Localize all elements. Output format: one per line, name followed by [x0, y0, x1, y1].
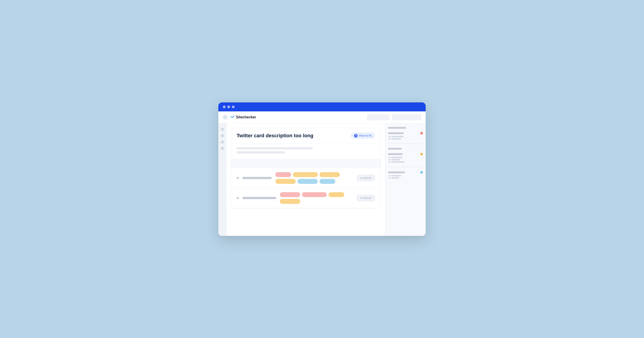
rs-row-5	[388, 171, 423, 174]
rs-sub-row-3	[389, 157, 423, 158]
sidebar-dot-1	[221, 128, 224, 131]
right-sidebar	[385, 123, 426, 236]
rs-divider-1	[388, 144, 423, 144]
rs-mini-dot-2	[389, 138, 390, 140]
tag-pink-1	[275, 172, 291, 177]
rs-sub-row-1	[389, 136, 423, 137]
logo-text: Sitechecker	[236, 115, 256, 119]
logo-icon	[230, 115, 234, 120]
rs-row-2	[388, 132, 423, 135]
panel-description	[231, 144, 380, 159]
rs-row-3	[388, 148, 423, 150]
tag-orange-1	[293, 172, 318, 177]
rs-divider-2	[388, 167, 423, 167]
navbar-button-2[interactable]	[392, 114, 421, 120]
rs-sub-row-4	[389, 159, 423, 161]
desc-line-2	[236, 151, 285, 154]
rs-row-4	[388, 153, 423, 156]
rs-bar-3	[388, 148, 402, 150]
left-sidebar	[218, 123, 226, 236]
row-bullet-1	[236, 177, 239, 179]
browser-titlebar	[218, 102, 426, 111]
tag-blue-2	[320, 179, 335, 184]
row-url-2	[242, 197, 276, 199]
tag-orange-4	[328, 192, 344, 197]
navbar-right	[367, 114, 421, 120]
rs-mini-dot-5	[389, 161, 390, 163]
rs-mini-bar-2	[391, 138, 401, 140]
rs-mini-dot-6	[389, 175, 390, 176]
panel-header: Twitter card description too long ? How …	[231, 128, 380, 144]
rs-sub-rows-2	[388, 136, 423, 140]
rs-group-4	[388, 153, 423, 163]
rs-mini-bar-6	[391, 175, 401, 176]
navbar: Sitechecker	[218, 111, 426, 123]
rs-mini-bar-5	[391, 161, 405, 163]
rs-mini-bar-3	[391, 157, 402, 158]
filter-bar	[231, 159, 380, 168]
tag-orange-3	[275, 179, 296, 184]
tag-orange-5	[280, 199, 300, 204]
nav-back-circle	[223, 115, 227, 120]
row-url-1	[242, 177, 272, 179]
sidebar-dot-3	[221, 141, 224, 144]
question-icon: ?	[354, 134, 358, 138]
table-row	[231, 168, 380, 188]
rs-mini-dot-4	[389, 159, 390, 161]
window-dot-2	[227, 106, 230, 108]
action-bar-2	[362, 197, 372, 199]
navbar-button-1[interactable]	[367, 114, 390, 120]
sidebar-dot-2	[221, 134, 224, 137]
rs-group-5	[388, 171, 423, 179]
rs-dot-blue	[420, 171, 423, 174]
tag-orange-2	[320, 172, 340, 177]
rs-mini-dot-7	[389, 177, 390, 179]
row-bullet-2	[236, 197, 239, 199]
desc-line-1	[236, 147, 313, 150]
tag-blue-1	[298, 179, 318, 184]
rs-bar-4	[388, 153, 403, 155]
action-bar	[362, 177, 372, 179]
rs-sub-rows-4	[388, 157, 423, 163]
browser-window: Sitechecker Twitter card description too…	[218, 102, 426, 236]
rs-bar-1	[388, 127, 406, 129]
rs-group-2	[388, 132, 423, 140]
row-tags-2	[280, 192, 353, 204]
rs-mini-dot-3	[389, 157, 390, 158]
panel-title: Twitter card description too long	[236, 133, 314, 139]
window-dot-3	[232, 106, 234, 108]
rs-sub-row-7	[389, 177, 423, 179]
tag-pink-2	[280, 192, 300, 197]
rs-mini-bar-4	[391, 159, 400, 161]
rs-group-1	[388, 127, 423, 129]
main-content: Twitter card description too long ? How …	[226, 123, 385, 236]
rs-sub-rows-5	[388, 175, 423, 179]
rs-dot-red	[420, 132, 423, 135]
table-row-2	[231, 188, 380, 208]
rs-row-1	[388, 127, 423, 129]
rs-mini-bar-1	[391, 136, 404, 137]
logo: Sitechecker	[230, 115, 256, 120]
how-to-fix-button[interactable]: ? How to fix	[351, 133, 375, 139]
rs-dot-orange	[420, 153, 423, 156]
rs-mini-bar-7	[391, 177, 399, 179]
row-action-button-2[interactable]	[357, 195, 375, 201]
rs-sub-row-6	[389, 175, 423, 176]
navbar-left: Sitechecker	[223, 115, 256, 120]
rs-bar-5	[388, 171, 405, 173]
sidebar-dot-4	[221, 147, 224, 150]
tag-pink-3	[302, 192, 327, 197]
rs-sub-row-5	[389, 161, 423, 163]
rs-group-3	[388, 148, 423, 150]
action-dot	[360, 177, 362, 179]
browser-content: Twitter card description too long ? How …	[218, 123, 426, 236]
issue-panel: Twitter card description too long ? How …	[231, 128, 380, 208]
rs-sub-row-2	[389, 138, 423, 140]
row-action-button-1[interactable]	[357, 175, 375, 181]
action-dot-2	[360, 197, 362, 199]
row-tags-1	[275, 172, 353, 184]
rs-bar-2	[388, 132, 404, 134]
rs-mini-dot-1	[389, 136, 390, 137]
how-to-fix-label: How to fix	[359, 134, 372, 137]
window-dot-1	[223, 106, 226, 108]
